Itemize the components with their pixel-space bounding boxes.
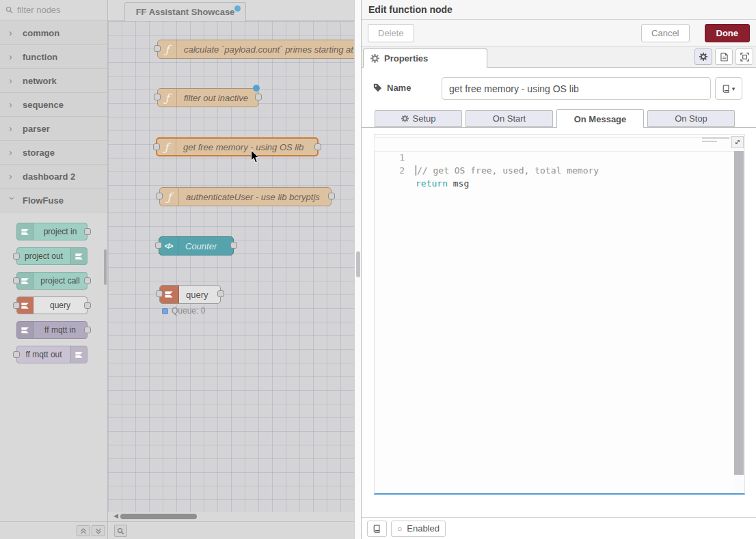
palette-node-ff-mqtt-in[interactable]: ff mqtt in <box>16 321 87 339</box>
node-input-port[interactable] <box>13 253 20 260</box>
library-button[interactable] <box>367 521 387 537</box>
hscrollbar-thumb[interactable] <box>120 514 197 519</box>
caret-down-icon: ▾ <box>732 85 735 92</box>
palette-category-sequence[interactable]: ›sequence <box>0 93 107 117</box>
palette-scrollbar[interactable] <box>104 249 107 285</box>
function-node-filter-out-inactive[interactable]: ƒ filter out inactive <box>157 88 258 107</box>
book-icon <box>723 85 730 93</box>
flowfuse-logo-icon <box>70 346 87 363</box>
double-chevron-down-icon <box>95 528 102 534</box>
flowfuse-logo-icon <box>17 223 33 240</box>
palette: ›common ›function ›network ›sequence ›pa… <box>0 0 108 539</box>
node-output-port[interactable] <box>84 228 91 235</box>
palette-filter[interactable] <box>0 0 107 20</box>
chevron-right-icon: › <box>9 53 16 60</box>
node-output-port[interactable] <box>230 242 237 249</box>
tab-properties-label: Properties <box>384 53 428 64</box>
palette-filter-input[interactable] <box>17 5 99 15</box>
node-input-port[interactable] <box>13 302 20 309</box>
editor-minimap <box>702 137 732 144</box>
function-node-get-free-memory[interactable]: ƒ get free memory - using OS lib <box>156 137 319 156</box>
palette-category-parser[interactable]: ›parser <box>0 117 107 141</box>
tray-title: Edit function node <box>362 0 756 20</box>
node-output-port[interactable] <box>84 277 91 284</box>
done-button[interactable]: Done <box>705 24 751 42</box>
edit-properties-button[interactable] <box>694 49 712 65</box>
node-input-port[interactable] <box>154 45 161 52</box>
function-icon: ƒ <box>160 188 179 206</box>
selection-box-icon <box>740 53 749 61</box>
palette-category-flowfuse[interactable]: ›FlowFuse <box>0 189 107 212</box>
editor-expand-button[interactable] <box>731 136 744 148</box>
palette-node-project-call[interactable]: project call <box>16 272 87 290</box>
tab-setup[interactable]: Setup <box>375 110 462 127</box>
workspace-tabbar: FF Assistant Showcase <box>108 0 354 21</box>
node-output-port[interactable] <box>84 327 91 333</box>
enabled-toggle-button[interactable]: ○ Enabled <box>391 521 446 537</box>
tab-properties[interactable]: Properties <box>363 49 487 68</box>
counter-node[interactable]: </> Counter <box>159 236 234 255</box>
editor-scrollbar <box>734 150 744 492</box>
function-node-authenticate-user[interactable]: ƒ authenticateUser - use lib bcryptjs <box>159 187 332 206</box>
enabled-circle-icon: ○ <box>397 525 402 533</box>
node-input-port[interactable] <box>13 351 20 358</box>
node-input-port[interactable] <box>13 277 20 284</box>
palette-expand-all-button[interactable] <box>92 525 105 536</box>
chevron-down-icon: › <box>9 197 16 204</box>
query-node[interactable]: query <box>159 285 221 304</box>
node-input-port[interactable] <box>156 290 163 297</box>
node-output-port[interactable] <box>84 302 91 309</box>
name-input[interactable] <box>442 77 711 100</box>
palette-category-dashboard2[interactable]: ›dashboard 2 <box>0 165 107 189</box>
gear-icon <box>401 115 409 122</box>
scroll-left-arrow-icon[interactable]: ◀ <box>113 512 118 519</box>
palette-node-query[interactable]: query <box>16 296 87 314</box>
palette-node-project-in[interactable]: project in <box>16 223 87 240</box>
code-line[interactable]: 2 return msg <box>375 151 744 164</box>
document-icon <box>720 53 728 61</box>
node-output-port[interactable] <box>217 290 224 297</box>
code-editor[interactable]: 1 // get OS free, used, total memory 2 r… <box>374 134 745 495</box>
flow-canvas[interactable]: FF Assistant Showcase ƒ calculate `paylo… <box>108 0 354 521</box>
query-node-status: Queue: 0 <box>162 306 205 316</box>
tab-on-start[interactable]: On Start <box>465 110 553 127</box>
tab-on-stop[interactable]: On Stop <box>647 110 735 127</box>
chevron-right-icon: › <box>9 125 16 132</box>
function-tabs: Setup On Start On Message On Stop <box>362 109 756 128</box>
code-icon: </> <box>159 237 178 255</box>
function-node-calculate-primes[interactable]: ƒ calculate `payload.count` primes start… <box>157 40 354 59</box>
library-dropdown-button[interactable]: ▾ <box>715 77 742 100</box>
edit-appearance-button[interactable] <box>735 49 753 65</box>
canvas-search-button[interactable] <box>114 525 127 537</box>
node-input-port[interactable] <box>156 193 163 199</box>
delete-button[interactable]: Delete <box>368 24 414 42</box>
palette-category-function[interactable]: ›function <box>0 45 107 69</box>
node-input-port[interactable] <box>155 242 162 249</box>
vscrollbar-thumb[interactable] <box>356 251 360 277</box>
palette-node-ff-mqtt-out[interactable]: ff mqtt out <box>16 346 87 363</box>
tray-footer: ○ Enabled <box>362 517 756 539</box>
palette-category-network[interactable]: ›network <box>0 69 107 93</box>
tag-icon <box>373 83 382 92</box>
tab-on-message[interactable]: On Message <box>556 109 644 128</box>
node-input-port[interactable] <box>154 94 161 100</box>
node-output-port[interactable] <box>255 94 262 100</box>
enabled-label: Enabled <box>407 523 440 534</box>
flowfuse-logo-icon <box>160 286 179 303</box>
palette-footer <box>0 521 107 539</box>
node-input-port[interactable] <box>153 143 160 150</box>
cancel-button[interactable]: Cancel <box>641 24 689 42</box>
editor-scrollbar-thumb[interactable] <box>734 151 744 475</box>
palette-category-storage[interactable]: ›storage <box>0 141 107 165</box>
code-line[interactable]: 1 // get OS free, used, total memory <box>375 138 744 151</box>
function-icon: ƒ <box>158 40 177 58</box>
node-output-port[interactable] <box>314 143 321 150</box>
palette-node-project-out[interactable]: project out <box>16 247 87 265</box>
palette-collapse-all-button[interactable] <box>77 525 90 536</box>
edit-description-button[interactable] <box>715 49 733 65</box>
node-output-port[interactable] <box>328 193 335 199</box>
status-dot <box>162 308 168 314</box>
flow-tab[interactable]: FF Assistant Showcase <box>124 2 246 21</box>
name-field-row: Name ▾ <box>362 68 756 109</box>
palette-category-common[interactable]: ›common <box>0 21 107 45</box>
